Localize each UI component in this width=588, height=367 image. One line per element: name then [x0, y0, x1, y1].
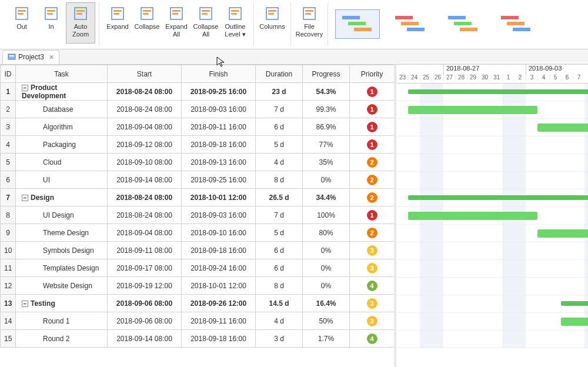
col-task[interactable]: Task: [16, 65, 108, 83]
gantt-row[interactable]: [396, 242, 588, 260]
gantt-bar[interactable]: [408, 106, 537, 114]
cell-priority[interactable]: 3: [350, 259, 395, 277]
col-progress[interactable]: Progress: [303, 65, 350, 83]
gantt-bar[interactable]: [537, 124, 588, 132]
cell-start[interactable]: 2018-09-04 08:00: [108, 224, 182, 242]
cell-progress[interactable]: 34.4%: [303, 189, 350, 206]
cell-duration[interactable]: 5 d: [256, 224, 303, 242]
cell-priority[interactable]: 1: [350, 118, 395, 136]
cell-duration[interactable]: 5 d: [256, 136, 303, 154]
cell-priority[interactable]: 3: [350, 295, 395, 312]
gantt-row[interactable]: [396, 207, 588, 225]
table-row[interactable]: 9Theme Design2018-09-04 08:002018-09-10 …: [1, 224, 395, 242]
cell-id[interactable]: 2: [1, 101, 16, 118]
cell-task[interactable]: Templates Design: [16, 259, 108, 277]
cell-start[interactable]: 2018-09-14 08:00: [108, 330, 182, 348]
cell-duration[interactable]: 7 d: [256, 206, 303, 224]
cell-id[interactable]: 9: [1, 224, 16, 242]
cell-progress[interactable]: 86.9%: [303, 118, 350, 136]
cell-priority[interactable]: 1: [350, 83, 395, 101]
cell-progress[interactable]: 0%: [303, 242, 350, 259]
gantt-style-1[interactable]: [335, 9, 380, 39]
cell-finish[interactable]: 2018-09-26 12:00: [182, 295, 256, 312]
cell-start[interactable]: 2018-09-10 08:00: [108, 154, 182, 171]
table-row[interactable]: 8UI Design2018-08-24 08:002018-09-03 16:…: [1, 206, 395, 224]
cell-finish[interactable]: 2018-09-24 16:00: [182, 259, 256, 277]
cell-duration[interactable]: 23 d: [256, 83, 303, 101]
document-tab[interactable]: Project3 ✕: [2, 50, 59, 64]
auto-zoom-button[interactable]: AutoZoom: [66, 2, 95, 44]
cell-duration[interactable]: 7 d: [256, 101, 303, 118]
gantt-row[interactable]: [396, 331, 588, 348]
cell-duration[interactable]: 4 d: [256, 312, 303, 330]
cell-progress[interactable]: 77%: [303, 136, 350, 154]
cell-start[interactable]: 2018-08-24 08:00: [108, 101, 182, 118]
cell-task[interactable]: Round 2: [16, 330, 108, 348]
cell-finish[interactable]: 2018-09-25 16:00: [182, 83, 256, 101]
cell-start[interactable]: 2018-08-24 08:00: [108, 206, 182, 224]
cell-task[interactable]: Round 1: [16, 312, 108, 330]
cell-start[interactable]: 2018-09-17 08:00: [108, 259, 182, 277]
cell-id[interactable]: 5: [1, 154, 16, 171]
table-row[interactable]: 6UI2018-09-14 08:002018-09-25 16:008 d0%…: [1, 171, 395, 189]
gantt-style-3[interactable]: [441, 9, 486, 39]
cell-priority[interactable]: 2: [350, 224, 395, 242]
cell-priority[interactable]: 1: [350, 101, 395, 118]
cell-task[interactable]: Packaging: [16, 136, 108, 154]
col-id[interactable]: ID: [1, 65, 16, 83]
cell-finish[interactable]: 2018-09-11 16:00: [182, 312, 256, 330]
collapse-icon[interactable]: −: [22, 85, 28, 91]
cell-progress[interactable]: 1.7%: [303, 330, 350, 348]
cell-id[interactable]: 14: [1, 312, 16, 330]
task-grid[interactable]: ID Task Start Finish Duration Progress P…: [0, 65, 396, 367]
cell-task[interactable]: UI: [16, 171, 108, 189]
cell-duration[interactable]: 3 d: [256, 330, 303, 348]
cell-task[interactable]: UI Design: [16, 206, 108, 224]
cell-duration[interactable]: 26.5 d: [256, 189, 303, 206]
outline-level-button[interactable]: OutlineLevel ▾: [220, 2, 250, 44]
cell-finish[interactable]: 2018-09-03 16:00: [182, 206, 256, 224]
cell-progress[interactable]: 99.3%: [303, 101, 350, 118]
cell-id[interactable]: 3: [1, 118, 16, 136]
cell-task[interactable]: −Testing: [16, 295, 108, 312]
collapse-button[interactable]: Collapse: [132, 2, 162, 44]
cell-priority[interactable]: 3: [350, 312, 395, 330]
gantt-bar[interactable]: [408, 195, 588, 200]
cell-progress[interactable]: 0%: [303, 171, 350, 189]
cell-id[interactable]: 11: [1, 259, 16, 277]
cell-duration[interactable]: 8 d: [256, 277, 303, 295]
cell-duration[interactable]: 4 d: [256, 154, 303, 171]
gantt-row[interactable]: [396, 84, 588, 101]
cell-task[interactable]: Cloud: [16, 154, 108, 171]
cell-start[interactable]: 2018-09-14 08:00: [108, 171, 182, 189]
cell-id[interactable]: 6: [1, 171, 16, 189]
cell-id[interactable]: 1: [1, 83, 16, 101]
cell-duration[interactable]: 14.5 d: [256, 295, 303, 312]
table-row[interactable]: 15Round 22018-09-14 08:002018-09-18 16:0…: [1, 330, 395, 348]
table-row[interactable]: 10Symbols Design2018-09-11 08:002018-09-…: [1, 242, 395, 259]
cell-task[interactable]: Symbols Design: [16, 242, 108, 259]
file-recovery-button[interactable]: FileRecovery: [295, 2, 324, 44]
gantt-row[interactable]: [396, 189, 588, 207]
table-row[interactable]: 5Cloud2018-09-10 08:002018-09-13 16:004 …: [1, 154, 395, 171]
gantt-bar[interactable]: [408, 89, 588, 94]
cell-priority[interactable]: 4: [350, 277, 395, 295]
cell-start[interactable]: 2018-09-06 08:00: [108, 312, 182, 330]
expand-all-button[interactable]: ExpandAll: [162, 2, 191, 44]
cell-finish[interactable]: 2018-09-03 16:00: [182, 101, 256, 118]
gantt-row[interactable]: [396, 172, 588, 189]
cell-id[interactable]: 8: [1, 206, 16, 224]
cell-start[interactable]: 2018-09-12 08:00: [108, 136, 182, 154]
cell-id[interactable]: 12: [1, 277, 16, 295]
cell-progress[interactable]: 0%: [303, 277, 350, 295]
table-row[interactable]: 1−Product Development2018-08-24 08:00201…: [1, 83, 395, 101]
cell-id[interactable]: 10: [1, 242, 16, 259]
cell-id[interactable]: 7: [1, 189, 16, 206]
gantt-row[interactable]: [396, 225, 588, 242]
collapse-all-button[interactable]: CollapseAll: [191, 2, 220, 44]
cell-progress[interactable]: 54.3%: [303, 83, 350, 101]
table-row[interactable]: 3Algorithm2018-09-04 08:002018-09-11 16:…: [1, 118, 395, 136]
cell-progress[interactable]: 80%: [303, 224, 350, 242]
gantt-bar[interactable]: [408, 212, 537, 220]
gantt-row[interactable]: [396, 119, 588, 136]
